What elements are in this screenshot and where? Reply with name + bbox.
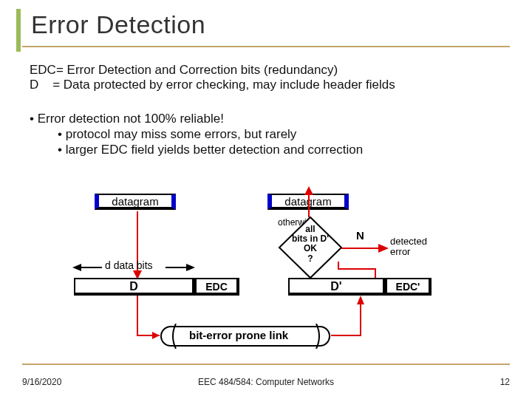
footer: 9/16/2020 EEC 484/584: Computer Networks… (22, 377, 510, 387)
svg-marker-14 (357, 296, 364, 304)
decision-text: all bits in D' OK ? (291, 225, 330, 264)
link-path (133, 296, 369, 340)
footer-course: EEC 484/584: Computer Networks (22, 377, 510, 387)
datagram-box-left: datagram (95, 194, 176, 210)
edc-box-left: EDC (195, 278, 239, 296)
svg-marker-10 (378, 244, 389, 253)
def-edc: EDC= Error Detection and Correction bits… (30, 63, 510, 78)
link-paren-right (315, 324, 322, 349)
diagram-container: datagram datagram otherwise d data bits … (59, 186, 473, 362)
arrow-up-right (303, 186, 315, 217)
title-accent-bar (16, 9, 21, 52)
bullet-1: • Error detection not 100% reliable! (30, 111, 510, 126)
bullets-block: • Error detection not 100% reliable! • p… (30, 111, 510, 158)
edc-box-right: EDC' (386, 278, 432, 296)
bullet-2: • protocol may miss some errors, but rar… (30, 126, 510, 142)
svg-marker-13 (152, 332, 160, 339)
d-box-right: D' (288, 278, 386, 296)
footer-date: 9/16/2020 (22, 377, 61, 387)
def-d: D = Data protected by error checking, ma… (30, 78, 510, 92)
bullet-3: • larger EDC field yields better detecti… (30, 142, 510, 157)
svg-marker-5 (72, 264, 81, 271)
n-label: N (356, 229, 364, 242)
svg-marker-3 (304, 186, 313, 195)
arrow-n-right (341, 242, 389, 254)
footer-rule (22, 364, 510, 365)
footer-page: 12 (500, 377, 510, 387)
definitions-block: EDC= Error Detection and Correction bits… (30, 63, 510, 93)
arrow-up-from-dprime (331, 260, 381, 279)
d-bits-label: d data bits (105, 259, 153, 271)
link-paren-left (170, 324, 177, 349)
d-box-left: D (74, 278, 195, 296)
title-underline (22, 46, 510, 47)
detected-error-label: detected error (390, 236, 427, 258)
svg-marker-7 (186, 264, 195, 271)
slide-title: Error Detection (30, 10, 510, 39)
